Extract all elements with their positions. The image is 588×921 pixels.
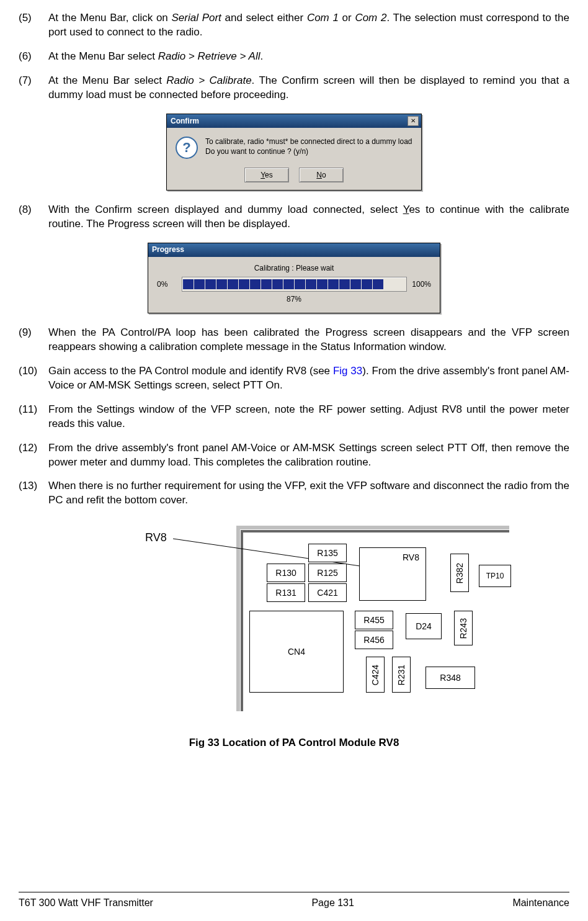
txt: . [260, 50, 263, 62]
progress-segment [306, 279, 316, 289]
label: R243 [458, 618, 470, 639]
progress-segment [228, 279, 238, 289]
txt: o [322, 171, 326, 179]
step-num: (12) [19, 441, 48, 470]
txt: Gain access to the PA Control module and… [48, 365, 333, 377]
step-10: (10) Gain access to the PA Control modul… [19, 364, 569, 393]
accel: N [316, 171, 322, 179]
txt: es [265, 171, 273, 179]
progress-segment [395, 279, 406, 289]
fig33-caption: Fig 33 Location of PA Control Module RV8 [19, 736, 569, 750]
titlebar: Progress [148, 243, 440, 257]
accelerator-y: Y [403, 204, 409, 215]
step-12: (12) From the drive assembly's front pan… [19, 441, 569, 470]
step-num: (6) [19, 50, 48, 64]
progress-segment [239, 279, 249, 289]
step-text: When there is no further requirement for… [48, 479, 569, 508]
progress-segment [295, 279, 305, 289]
component-rv8: RV8 [359, 547, 426, 601]
txt: At the Menu Bar select [48, 50, 158, 62]
footer-center: Page 131 [311, 896, 354, 910]
progress-0pct: 0% [157, 279, 177, 289]
component-r131: R131 [267, 583, 305, 602]
component-r348: R348 [425, 667, 475, 689]
progress-bar [182, 277, 407, 292]
component-c424: C424 [366, 657, 385, 693]
menu-com1: Com 1 [307, 12, 339, 24]
component-c421: C421 [308, 583, 347, 602]
step-7: (7) At the Menu Bar select Radio > Calib… [19, 74, 569, 102]
menu-calibrate: Radio > Calibrate [166, 74, 251, 86]
progress-row: 0% 100% [157, 277, 431, 292]
progress-segment [384, 279, 394, 289]
component-r135: R135 [308, 544, 347, 562]
component-r243: R243 [454, 611, 473, 645]
dialog-title: Progress [151, 245, 184, 254]
footer-right: Maintenance [512, 896, 569, 910]
step-num: (10) [19, 364, 48, 393]
dialog-text: To calibrate, radio *must* be connected … [205, 137, 412, 159]
step-text: Gain access to the PA Control module and… [48, 364, 569, 393]
progress-segment [373, 279, 383, 289]
progress-status: Calibrating : Please wait [157, 263, 431, 273]
yes-button[interactable]: Yes [244, 168, 289, 182]
dialog-body: Calibrating : Please wait 0% 100% 87% [148, 257, 440, 313]
fig33-figure: RV8 R135 R130 R125 R131 C421 RV8 R382 TP… [19, 519, 569, 724]
footer-rule [19, 892, 569, 892]
progress-segment [250, 279, 261, 289]
progress-segment [205, 279, 216, 289]
step-8: (8) With the Confirm screen displayed an… [19, 203, 569, 231]
close-icon[interactable]: ✕ [408, 116, 419, 126]
txt: At the Menu Bar select [48, 74, 166, 86]
step-num: (9) [19, 326, 48, 354]
fig33-diagram: RV8 R135 R130 R125 R131 C421 RV8 R382 TP… [77, 519, 511, 724]
no-button[interactable]: No [299, 168, 344, 182]
dialog-line2: Do you want to continue ? (y/n) [205, 146, 412, 156]
label: R231 [396, 665, 408, 685]
component-r231: R231 [392, 657, 411, 693]
progress-segment [194, 279, 205, 289]
progress-segment [362, 279, 372, 289]
component-r455: R455 [355, 611, 393, 629]
fig33-link[interactable]: Fig 33 [333, 365, 362, 377]
progress-dialog-figure: Progress Calibrating : Please wait 0% 10… [19, 243, 569, 313]
dialog-body: ? To calibrate, radio *must* be connecte… [167, 128, 421, 163]
progress-segment [339, 279, 350, 289]
label: R382 [454, 563, 466, 583]
step-9: (9) When the PA Control/PA loop has been… [19, 326, 569, 354]
menu-retrieve-all: Radio > Retrieve > All [158, 50, 261, 62]
step-text: At the Menu Bar select Radio > Retrieve … [48, 50, 569, 64]
step-11: (11) From the Settings window of the VFP… [19, 403, 569, 431]
txt: With the Confirm screen displayed and du… [48, 204, 403, 215]
question-icon: ? [176, 137, 198, 159]
step-13: (13) When there is no further requiremen… [19, 479, 569, 508]
step-num: (5) [19, 11, 48, 40]
progress-segment [317, 279, 327, 289]
footer: T6T 300 Watt VHF Transmitter Page 131 Ma… [19, 896, 569, 910]
component-r130: R130 [267, 564, 305, 582]
step-text: From the drive assembly's front panel AM… [48, 441, 569, 470]
label: C424 [370, 665, 381, 685]
step-text: From the Settings window of the VFP scre… [48, 403, 569, 431]
step-num: (11) [19, 403, 48, 431]
dialog-line1: To calibrate, radio *must* be connected … [205, 137, 412, 146]
component-cn4: CN4 [249, 611, 344, 693]
progress-segment [350, 279, 361, 289]
progress-segment [283, 279, 294, 289]
step-text: With the Confirm screen displayed and du… [48, 203, 569, 231]
step-num: (7) [19, 74, 48, 102]
menu-serial-port: Serial Port [172, 12, 221, 24]
step-text: At the Menu Bar select Radio > Calibrate… [48, 74, 569, 102]
progress-segment [272, 279, 283, 289]
confirm-dialog-figure: Confirm ✕ ? To calibrate, radio *must* b… [19, 114, 569, 191]
footer-left: T6T 300 Watt VHF Transmitter [19, 896, 153, 910]
progress-segment [216, 279, 227, 289]
txt: and select either [221, 12, 307, 24]
step-num: (8) [19, 203, 48, 231]
rv8-pointer-label: RV8 [145, 530, 167, 545]
progress-100pct: 100% [412, 279, 432, 289]
component-r456: R456 [355, 631, 393, 649]
txt: At the Menu Bar, click on [48, 12, 172, 24]
step-5: (5) At the Menu Bar, click on Serial Por… [19, 11, 569, 40]
component-d24: D24 [406, 613, 442, 639]
